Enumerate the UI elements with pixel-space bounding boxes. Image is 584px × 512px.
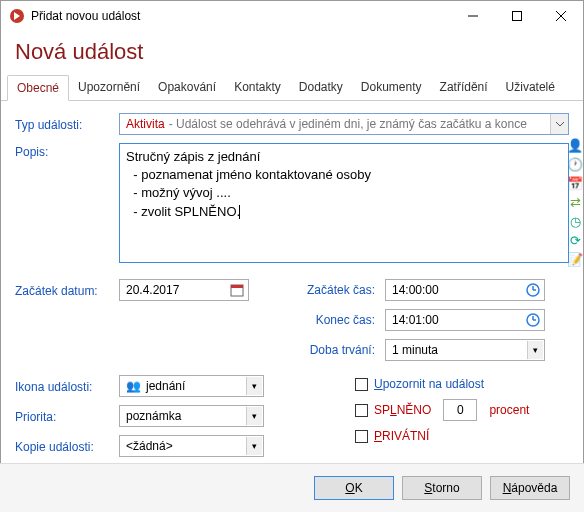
chevron-down-icon[interactable]: ▾ xyxy=(527,341,543,359)
private-checkbox[interactable] xyxy=(355,430,368,443)
end-time-input[interactable]: 14:01:00 xyxy=(385,309,545,331)
label-start-date: Začátek datum: xyxy=(15,282,119,298)
clock-icon[interactable] xyxy=(524,281,542,299)
event-icon-combo[interactable]: 👥 jednání ▾ xyxy=(119,375,264,397)
label-duration: Doba trvání: xyxy=(295,343,385,357)
ok-button[interactable]: OK xyxy=(314,476,394,500)
people-icon: 👥 xyxy=(126,379,140,393)
tab-bar: Obecné Upozornění Opakování Kontakty Dod… xyxy=(1,75,583,101)
event-type-hint: - Událost se odehrává v jediném dni, je … xyxy=(169,117,527,131)
label-copy: Kopie události: xyxy=(15,438,119,454)
tab-notifications[interactable]: Upozornění xyxy=(69,75,149,100)
percent-input[interactable]: 0 xyxy=(443,399,477,421)
chevron-down-icon[interactable]: ▾ xyxy=(246,407,262,425)
label-start-time: Začátek čas: xyxy=(295,283,385,297)
notify-checkbox[interactable] xyxy=(355,378,368,391)
description-textarea[interactable]: Stručný zápis z jednání - poznamenat jmé… xyxy=(119,143,569,263)
chevron-down-icon[interactable]: ▾ xyxy=(246,377,262,395)
private-label[interactable]: PRIVÁTNÍ xyxy=(374,429,429,443)
text-caret xyxy=(239,205,240,219)
label-icon: Ikona události: xyxy=(15,378,119,394)
chevron-down-icon[interactable] xyxy=(550,114,568,134)
cancel-button[interactable]: Storno xyxy=(402,476,482,500)
tab-repetition[interactable]: Opakování xyxy=(149,75,225,100)
label-desc: Popis: xyxy=(15,143,119,159)
tab-additions[interactable]: Dodatky xyxy=(290,75,352,100)
help-button[interactable]: Nápověda xyxy=(490,476,570,500)
clock-icon[interactable] xyxy=(524,311,542,329)
page-title: Nová událost xyxy=(1,31,583,75)
tab-contacts[interactable]: Kontakty xyxy=(225,75,290,100)
label-end-time: Konec čas: xyxy=(295,313,385,327)
app-icon xyxy=(9,8,25,24)
label-priority: Priorita: xyxy=(15,408,119,424)
svg-rect-6 xyxy=(231,285,243,288)
tab-general[interactable]: Obecné xyxy=(7,75,69,101)
done-label[interactable]: SPLNĚNO xyxy=(374,403,431,417)
done-checkbox[interactable] xyxy=(355,404,368,417)
minimize-button[interactable] xyxy=(451,1,495,31)
duration-select[interactable]: 1 minuta ▾ xyxy=(385,339,545,361)
svg-rect-2 xyxy=(513,12,522,21)
close-button[interactable] xyxy=(539,1,583,31)
copy-combo[interactable]: <žádná> ▾ xyxy=(119,435,264,457)
chevron-down-icon[interactable]: ▾ xyxy=(246,437,262,455)
window-title: Přidat novou událost xyxy=(31,9,451,23)
tab-users[interactable]: Uživatelé xyxy=(497,75,564,100)
calendar-icon[interactable] xyxy=(228,281,246,299)
label-type: Typ události: xyxy=(15,116,119,132)
event-type-combo[interactable]: Aktivita - Událost se odehrává v jediném… xyxy=(119,113,569,135)
notify-label[interactable]: Upozornit na událost xyxy=(374,377,484,391)
percent-label: procent xyxy=(489,403,529,417)
priority-combo[interactable]: poznámka ▾ xyxy=(119,405,264,427)
tab-documents[interactable]: Dokumenty xyxy=(352,75,431,100)
maximize-button[interactable] xyxy=(495,1,539,31)
tab-categorization[interactable]: Zatřídění xyxy=(431,75,497,100)
start-time-input[interactable]: 14:00:00 xyxy=(385,279,545,301)
event-type-value: Aktivita xyxy=(126,117,165,131)
start-date-input[interactable]: 20.4.2017 xyxy=(119,279,249,301)
